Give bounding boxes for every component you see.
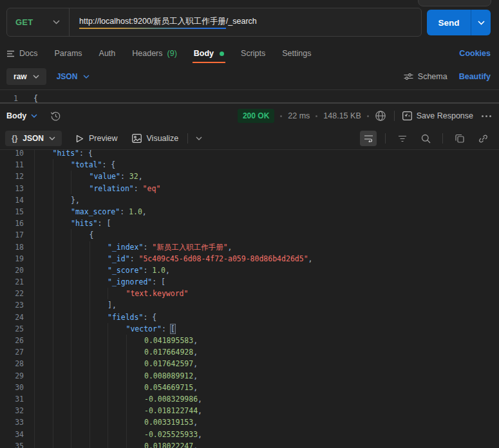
indent-guide bbox=[89, 358, 108, 369]
code-line: 10"hits": { bbox=[0, 150, 499, 159]
save-response-button[interactable]: Save Response bbox=[402, 111, 473, 120]
json-punctuation: , bbox=[193, 336, 198, 345]
indent-guide bbox=[53, 393, 71, 405]
json-punctuation: , bbox=[198, 395, 202, 404]
json-number: 32 bbox=[129, 172, 138, 181]
response-tab-label: Body bbox=[6, 111, 26, 120]
copy-icon[interactable] bbox=[451, 131, 468, 146]
indent-guide bbox=[34, 241, 53, 253]
response-history-icon[interactable] bbox=[50, 111, 61, 122]
json-bracket-highlight: [ bbox=[171, 324, 175, 333]
network-info-icon[interactable] bbox=[375, 110, 386, 122]
beautify-button[interactable]: Beautify bbox=[459, 72, 491, 81]
visualize-options-chevron-icon[interactable] bbox=[196, 136, 202, 140]
indent-guide bbox=[71, 183, 89, 194]
tab-body[interactable]: Body bbox=[194, 44, 224, 63]
code-line: 350.018022247, bbox=[0, 440, 499, 448]
indent-guide bbox=[108, 335, 126, 346]
indent-guide bbox=[34, 429, 53, 440]
tab-headers[interactable]: Headers (9) bbox=[132, 44, 177, 63]
code-line: 17{ bbox=[0, 229, 499, 241]
status-badge: 200 OK bbox=[238, 109, 274, 123]
url-input[interactable]: http://localhost:9200/新员工入职工作手册/_search bbox=[70, 16, 421, 29]
json-punctuation: : bbox=[162, 324, 171, 333]
indent-guide bbox=[53, 159, 71, 171]
tab-auth[interactable]: Auth bbox=[99, 44, 116, 63]
json-key: "hits" bbox=[53, 150, 80, 158]
method-selector[interactable]: GET bbox=[7, 8, 69, 36]
indent-guide bbox=[71, 370, 89, 382]
indent-guide bbox=[71, 299, 89, 311]
json-punctuation: , bbox=[228, 243, 232, 252]
indent-guide bbox=[53, 288, 71, 299]
response-format-dropdown[interactable]: {} JSON bbox=[5, 131, 62, 146]
json-punctuation: : { bbox=[102, 160, 115, 169]
code-line: 16"hits": [ bbox=[0, 218, 499, 229]
indent-guide bbox=[53, 265, 71, 276]
code-line: 300.054669715, bbox=[0, 382, 499, 393]
search-icon[interactable] bbox=[417, 131, 434, 146]
code-line: 32-0.018122744, bbox=[0, 405, 499, 416]
code-line: 23], bbox=[0, 299, 499, 311]
json-punctuation: , bbox=[193, 371, 198, 380]
response-body-dropdown[interactable]: Body bbox=[6, 111, 37, 120]
cookies-link[interactable]: Cookies bbox=[459, 44, 491, 63]
json-string: "text.keyword" bbox=[126, 289, 189, 298]
response-body-viewer[interactable]: 10"hits": {11"total": {12"value": 32,13"… bbox=[0, 150, 499, 448]
line-content: 0.017664928, bbox=[34, 346, 198, 358]
tab-label: Scripts bbox=[241, 49, 265, 58]
response-size: 148.15 KB bbox=[323, 111, 361, 120]
json-number: 0.008089912 bbox=[144, 371, 193, 380]
filter-icon[interactable] bbox=[394, 131, 411, 146]
more-options-icon[interactable] bbox=[482, 115, 491, 117]
editor-line-text: { bbox=[33, 90, 38, 102]
url-tail-text: /_search bbox=[226, 17, 257, 26]
tab-scripts[interactable]: Scripts bbox=[241, 44, 265, 63]
json-punctuation: , bbox=[193, 442, 198, 448]
pane-resize-handle[interactable] bbox=[0, 102, 499, 104]
line-content: -0.025525933, bbox=[34, 429, 202, 440]
send-button[interactable]: Send bbox=[427, 10, 471, 35]
json-punctuation: : bbox=[143, 243, 152, 252]
line-content: "_id": "5c409c45-6d08-4f72-a059-80d86b4d… bbox=[34, 253, 313, 265]
indent-guide bbox=[71, 229, 89, 241]
json-punctuation: ], bbox=[108, 301, 117, 310]
request-body-editor[interactable]: 1 { bbox=[0, 90, 499, 102]
line-content: -0.018122744, bbox=[34, 405, 202, 416]
indent-guide bbox=[53, 346, 71, 358]
schema-button[interactable]: Schema bbox=[404, 72, 447, 81]
send-options-button[interactable] bbox=[471, 10, 491, 35]
line-number: 32 bbox=[0, 405, 24, 416]
indent-guide bbox=[108, 358, 126, 369]
json-key: "relation" bbox=[89, 184, 134, 193]
link-icon[interactable] bbox=[475, 131, 491, 146]
indent-guide bbox=[34, 276, 53, 288]
json-punctuation: : bbox=[120, 172, 129, 181]
indent-guide bbox=[34, 405, 53, 416]
indent-guide bbox=[53, 312, 71, 323]
indent-guide bbox=[53, 299, 71, 311]
preview-button[interactable]: Preview bbox=[76, 134, 117, 143]
json-key: "max_score" bbox=[71, 207, 120, 216]
indent-guide bbox=[34, 159, 53, 171]
indent-guide bbox=[126, 370, 145, 382]
indent-guide bbox=[89, 312, 108, 323]
tab-params[interactable]: Params bbox=[54, 44, 82, 63]
indent-guide bbox=[71, 382, 89, 393]
docs-icon bbox=[6, 50, 15, 57]
unsaved-dot-indicator bbox=[220, 51, 224, 56]
body-language-dropdown[interactable]: JSON bbox=[57, 72, 90, 81]
code-line: 13"relation": "eq" bbox=[0, 183, 499, 194]
wrap-text-icon[interactable] bbox=[360, 131, 377, 146]
line-number: 29 bbox=[0, 370, 24, 382]
body-mode-dropdown[interactable]: raw bbox=[6, 68, 46, 85]
visualize-button[interactable]: Visualize bbox=[132, 134, 179, 143]
indent-guide bbox=[53, 206, 71, 218]
braces-icon: {} bbox=[12, 134, 17, 143]
divider bbox=[187, 133, 188, 144]
indent-guide bbox=[89, 382, 108, 393]
tab-settings[interactable]: Settings bbox=[282, 44, 311, 63]
tab-docs[interactable]: Docs bbox=[6, 44, 37, 63]
line-number: 35 bbox=[0, 440, 24, 448]
json-number: -0.008329986 bbox=[144, 395, 198, 404]
